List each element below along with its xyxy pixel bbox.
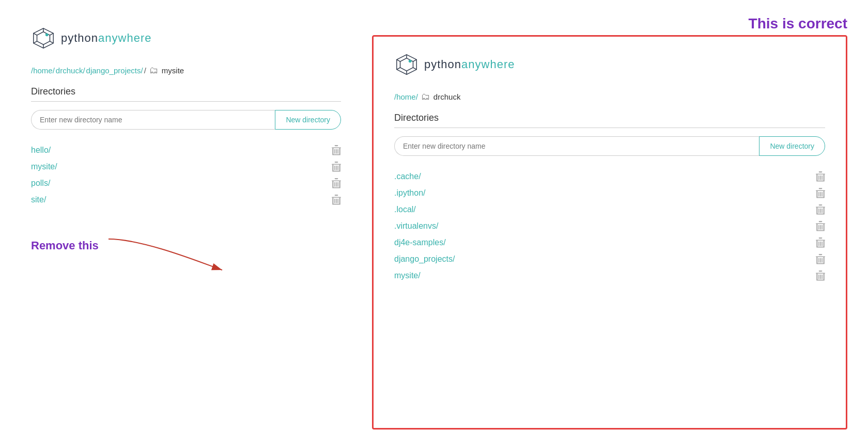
remove-annotation-area: Remove this <box>31 239 341 252</box>
svg-rect-64 <box>816 197 825 198</box>
trash-icon[interactable] <box>332 178 341 188</box>
right-breadcrumb: /home/ 🗂 drchuck <box>394 91 825 102</box>
svg-rect-74 <box>820 209 821 213</box>
left-logo: pythonanywhere <box>31 26 341 51</box>
svg-rect-91 <box>822 242 823 246</box>
breadcrumb-django-link[interactable]: django_projects/ <box>86 66 143 75</box>
svg-rect-82 <box>820 225 821 230</box>
svg-rect-95 <box>824 257 825 264</box>
list-item: polls/ <box>31 175 341 192</box>
left-dir-input[interactable] <box>31 110 275 130</box>
svg-rect-13 <box>332 154 340 155</box>
list-item: django_projects/ <box>394 251 825 267</box>
dir-link[interactable]: .cache/ <box>394 172 421 181</box>
trash-icon[interactable] <box>816 221 825 231</box>
breadcrumb-drchuck-link[interactable]: drchuck/ <box>56 66 85 75</box>
trash-icon[interactable] <box>332 145 341 155</box>
trash-icon[interactable] <box>816 271 825 281</box>
svg-rect-22 <box>334 166 335 170</box>
svg-rect-90 <box>820 242 821 246</box>
svg-rect-58 <box>820 176 821 180</box>
svg-rect-73 <box>818 209 819 213</box>
svg-rect-69 <box>819 204 823 205</box>
svg-rect-102 <box>816 274 817 280</box>
svg-rect-77 <box>819 221 823 222</box>
svg-line-7 <box>34 33 37 35</box>
trash-icon[interactable] <box>816 237 825 248</box>
dir-link[interactable]: polls/ <box>31 179 50 188</box>
dir-link[interactable]: .local/ <box>394 205 416 214</box>
svg-rect-85 <box>819 237 823 239</box>
svg-rect-54 <box>816 174 817 181</box>
svg-rect-19 <box>332 165 333 171</box>
svg-rect-96 <box>816 263 825 264</box>
svg-rect-20 <box>339 165 340 171</box>
list-item: .ipython/ <box>394 185 825 201</box>
trash-icon[interactable] <box>332 195 341 205</box>
svg-rect-80 <box>816 230 825 231</box>
dir-link[interactable]: dj4e-samples/ <box>394 238 446 247</box>
right-divider <box>394 128 825 128</box>
right-panel-wrapper: This is correct <box>362 10 858 435</box>
svg-rect-81 <box>818 225 819 230</box>
svg-rect-93 <box>819 254 823 255</box>
trash-icon[interactable] <box>816 171 825 182</box>
right-dir-input[interactable] <box>394 136 759 156</box>
svg-rect-36 <box>339 198 340 204</box>
left-panel: pythonanywhere /home/ drchuck/ django_pr… <box>10 10 362 435</box>
svg-line-3 <box>50 33 53 35</box>
svg-rect-79 <box>824 224 825 231</box>
svg-rect-12 <box>339 148 340 155</box>
right-dir-list: .cache/ .ipython/ .local/ .virtualenvs/ … <box>394 168 825 284</box>
left-new-dir-button[interactable]: New directory <box>275 110 341 130</box>
svg-rect-98 <box>820 258 821 263</box>
svg-rect-37 <box>332 204 340 205</box>
svg-rect-86 <box>816 241 817 247</box>
svg-rect-39 <box>336 199 337 203</box>
left-dir-list: hello/ mysite/ polls/ site/ <box>31 142 341 208</box>
svg-line-50 <box>397 59 400 61</box>
left-breadcrumb: /home/ drchuck/ django_projects/ / 🗂 mys… <box>31 65 341 76</box>
dir-link[interactable]: django_projects/ <box>394 255 455 264</box>
right-logo-python: python <box>424 58 461 71</box>
list-item: mysite/ <box>31 158 341 175</box>
dir-link[interactable]: mysite/ <box>31 162 57 171</box>
trash-icon[interactable] <box>332 162 341 172</box>
svg-rect-53 <box>819 171 823 172</box>
logo-text: pythonanywhere <box>61 31 151 45</box>
right-new-dir-button[interactable]: New directory <box>759 136 825 156</box>
dir-link[interactable]: .virtualenvs/ <box>394 221 438 231</box>
svg-rect-55 <box>824 174 825 181</box>
svg-line-4 <box>50 41 53 43</box>
svg-rect-28 <box>339 181 340 188</box>
trash-icon[interactable] <box>816 204 825 215</box>
svg-rect-103 <box>824 274 825 280</box>
right-breadcrumb-home-link[interactable]: /home/ <box>394 92 418 101</box>
trash-icon[interactable] <box>816 254 825 264</box>
svg-rect-24 <box>337 166 338 170</box>
svg-rect-70 <box>816 208 817 214</box>
svg-rect-65 <box>818 192 819 197</box>
svg-rect-21 <box>332 171 340 172</box>
left-section-title: Directories <box>31 86 341 97</box>
dir-link[interactable]: hello/ <box>31 146 51 155</box>
svg-rect-83 <box>822 225 823 230</box>
svg-rect-34 <box>335 195 338 196</box>
dir-link[interactable]: .ipython/ <box>394 188 425 198</box>
svg-rect-32 <box>337 182 338 187</box>
list-item: .cache/ <box>394 168 825 185</box>
svg-rect-106 <box>820 275 821 279</box>
breadcrumb-current: mysite <box>162 66 184 75</box>
trash-icon[interactable] <box>816 188 825 198</box>
svg-rect-89 <box>818 242 819 246</box>
dir-link[interactable]: mysite/ <box>394 271 421 280</box>
svg-rect-23 <box>336 166 337 170</box>
right-logo-anywhere: anywhere <box>461 58 515 71</box>
list-item: dj4e-samples/ <box>394 234 825 251</box>
svg-rect-40 <box>337 199 338 203</box>
svg-rect-30 <box>334 182 335 187</box>
dir-link[interactable]: site/ <box>31 195 46 204</box>
svg-rect-38 <box>334 199 335 203</box>
left-divider <box>31 101 341 102</box>
breadcrumb-home-link[interactable]: /home/ <box>31 66 55 75</box>
